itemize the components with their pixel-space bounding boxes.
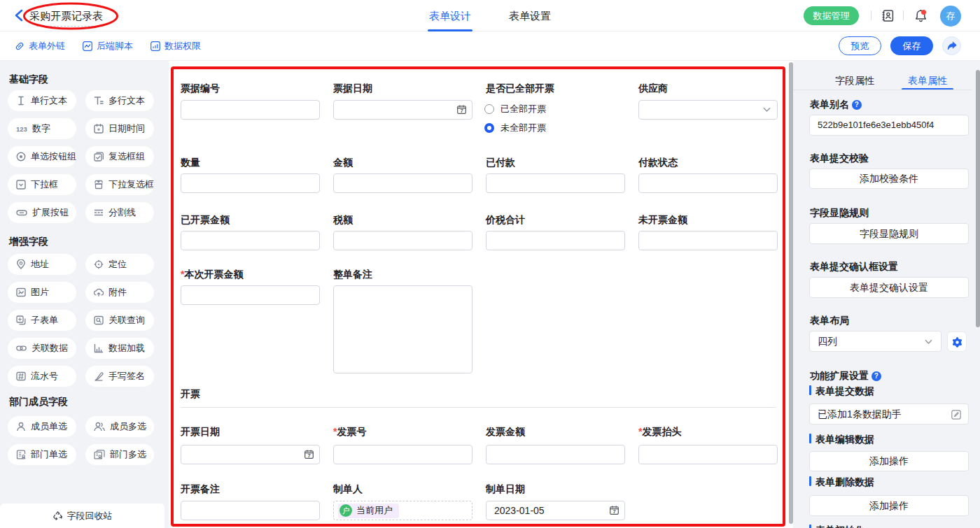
svg-text:7: 7 [460, 108, 463, 114]
svg-text:7: 7 [612, 508, 615, 515]
svg-text:123: 123 [16, 125, 27, 132]
svg-text:7: 7 [307, 452, 310, 459]
